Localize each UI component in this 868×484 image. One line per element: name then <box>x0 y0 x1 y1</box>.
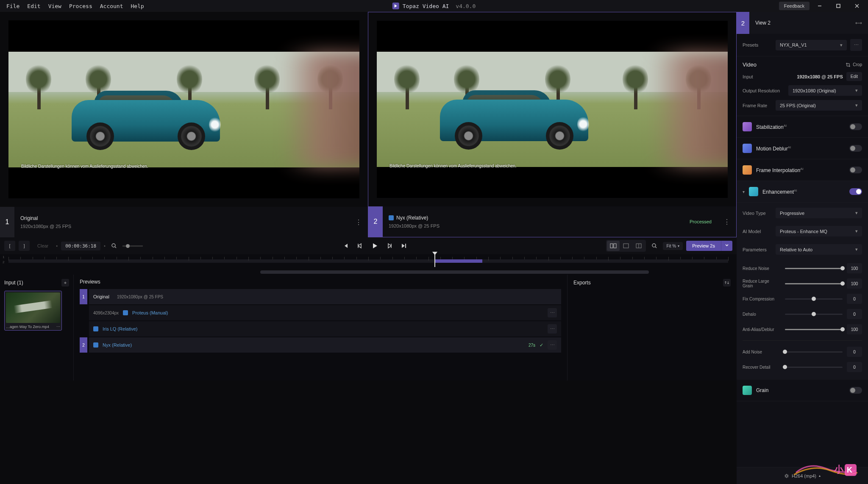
edit-input-button[interactable]: Edit <box>846 72 862 81</box>
step-forward-button[interactable] <box>386 242 393 249</box>
preview-row-original[interactable]: 1 Original 1920x1080px @ 25 FPS <box>89 289 561 304</box>
feedback-button[interactable]: Feedback <box>779 2 810 10</box>
exports-sort-button[interactable] <box>723 279 731 287</box>
ai-model-select[interactable]: Proteus - Enhance MQ▾ <box>776 226 862 236</box>
anti-alias-slider[interactable] <box>785 329 843 330</box>
close-button[interactable] <box>849 0 865 12</box>
svg-point-14 <box>652 244 656 247</box>
preview-row-nyx[interactable]: 2 Nyx (Relative) 27s ✓ ⋯ <box>89 337 561 353</box>
frame-interpolation-toggle[interactable] <box>849 167 862 173</box>
motion-deblur-section[interactable]: Motion DeblurAI <box>737 138 868 159</box>
reduce-large-grain-row: Reduce Large Grain 100 <box>737 276 868 291</box>
video-canvas-processed[interactable]: Bildliche Darstellungen können vom Ausli… <box>377 21 728 198</box>
output-resolution-select[interactable]: 1920x1080 (Original)▾ <box>788 85 862 96</box>
reduce-large-grain-slider[interactable] <box>785 283 843 284</box>
preview-dropdown[interactable] <box>721 241 732 251</box>
stabilization-toggle[interactable] <box>849 123 862 130</box>
enhancement-toggle[interactable] <box>849 188 862 195</box>
disclaimer-text-left: Bildliche Darstellungen können vom Ausli… <box>21 164 148 169</box>
view-number-2[interactable]: 2 <box>368 206 383 237</box>
mark-in-button[interactable]: [ <box>4 241 15 251</box>
view-menu-original[interactable]: ⋮ <box>349 218 368 226</box>
timeline-scrollbar[interactable] <box>0 270 737 275</box>
view-menu-processed[interactable]: ⋮ <box>718 218 736 226</box>
preview-more-proteus[interactable]: ⋯ <box>548 308 557 317</box>
add-noise-value[interactable]: 0 <box>847 347 862 357</box>
step-back-icon <box>356 242 363 249</box>
recover-detail-slider[interactable] <box>785 367 843 368</box>
timeline-playhead[interactable] <box>434 254 435 267</box>
view-mode-split[interactable] <box>632 241 645 251</box>
zoom-fit-select[interactable]: Fit %▾ <box>663 242 683 250</box>
anti-alias-label: Anti-Alias/Deblur <box>743 327 781 332</box>
stabilization-section[interactable]: StabilizationAI <box>737 116 868 138</box>
timeline[interactable]: 12 <box>0 254 737 270</box>
app-version: v4.0.0 <box>456 3 476 9</box>
frame-interpolation-section[interactable]: Frame InterpolationAI <box>737 159 868 181</box>
reduce-noise-value[interactable]: 100 <box>847 263 862 273</box>
export-footer[interactable]: H264 (mp4) ▴ <box>737 467 868 484</box>
minimize-button[interactable] <box>811 0 828 12</box>
preview-row-iris[interactable]: Iris LQ (Relative) ⋯ <box>89 321 561 337</box>
reduce-noise-slider[interactable] <box>785 268 843 269</box>
view-number-1[interactable]: 1 <box>0 207 14 237</box>
view-mode-single[interactable] <box>620 241 632 251</box>
go-to-start-button[interactable] <box>342 242 349 249</box>
add-noise-slider[interactable] <box>785 351 843 353</box>
framerate-select[interactable]: 25 FPS (Original)▾ <box>776 100 862 111</box>
menu-file[interactable]: File <box>3 1 23 11</box>
preview-more-iris[interactable]: ⋯ <box>548 324 557 334</box>
dehalo-slider[interactable] <box>785 314 843 315</box>
maximize-button[interactable] <box>830 0 847 12</box>
presets-select[interactable]: NYX_RA_V1▾ <box>776 40 847 50</box>
grain-toggle[interactable] <box>849 387 862 394</box>
preview-row-proteus[interactable]: 4096x2304px Proteus (Manual) ⋯ <box>89 305 561 320</box>
parameters-select[interactable]: Relative to Auto▾ <box>776 244 862 255</box>
dehalo-value[interactable]: 0 <box>847 309 862 319</box>
stabilization-icon <box>743 122 752 131</box>
view-mode-side-by-side[interactable] <box>607 241 620 251</box>
app-name: Topaz Video AI <box>403 3 449 9</box>
menu-help[interactable]: Help <box>127 1 148 11</box>
timecode-display[interactable]: 00:00:36:18 <box>61 242 100 250</box>
menu-edit[interactable]: Edit <box>23 1 44 11</box>
zoom-view-button[interactable] <box>649 241 659 251</box>
preview-button[interactable]: Preview 2s <box>686 241 721 251</box>
anti-alias-value[interactable]: 100 <box>847 324 862 334</box>
mark-out-button[interactable]: ] <box>19 241 30 251</box>
menu-account[interactable]: Account <box>96 1 127 11</box>
go-to-end-button[interactable] <box>401 242 407 249</box>
recover-detail-value[interactable]: 0 <box>847 362 862 372</box>
skip-start-icon <box>342 242 349 249</box>
input-thumbnail[interactable]: …agen Way To Zero.mp4⋯ <box>4 291 62 331</box>
maximize-icon <box>836 3 841 8</box>
frame-interpolation-label: Frame InterpolationAI <box>756 167 804 173</box>
crop-button[interactable]: Crop <box>846 62 862 67</box>
fix-compression-slider[interactable] <box>785 298 843 300</box>
clear-button[interactable]: Clear <box>33 243 53 248</box>
exports-panel: Exports <box>567 275 737 381</box>
preview-more-nyx[interactable]: ⋯ <box>548 340 557 350</box>
zoom-timeline-button[interactable] <box>109 241 119 251</box>
grain-icon <box>743 386 752 395</box>
input-thumb-menu[interactable]: ⋯ <box>56 325 60 329</box>
enhancement-section-header[interactable]: ▾ EnhancementAI <box>737 181 868 203</box>
menu-view[interactable]: View <box>45 1 65 11</box>
video-type-select[interactable]: Progressive▾ <box>776 208 862 218</box>
play-button[interactable] <box>371 242 378 250</box>
step-back-button[interactable] <box>356 242 363 249</box>
expand-sidebar-button[interactable]: ⟷ <box>849 20 868 26</box>
grain-section[interactable]: Grain <box>737 380 868 401</box>
recover-detail-row: Recover Detail 0 <box>737 359 868 375</box>
reduce-large-grain-value[interactable]: 100 <box>847 278 862 289</box>
menu-process[interactable]: Process <box>65 1 96 11</box>
motion-deblur-toggle[interactable] <box>849 145 862 152</box>
presets-more-button[interactable]: ⋯ <box>850 39 862 51</box>
fix-compression-value[interactable]: 0 <box>847 294 862 304</box>
skip-end-icon <box>401 242 407 249</box>
timeline-preview-segment[interactable] <box>434 259 482 263</box>
motion-deblur-label: Motion DeblurAI <box>756 145 791 152</box>
timeline-zoom-slider[interactable] <box>122 245 143 247</box>
video-canvas-original[interactable]: Bildliche Darstellungen können vom Ausli… <box>8 20 359 198</box>
add-input-button[interactable]: + <box>61 279 69 287</box>
